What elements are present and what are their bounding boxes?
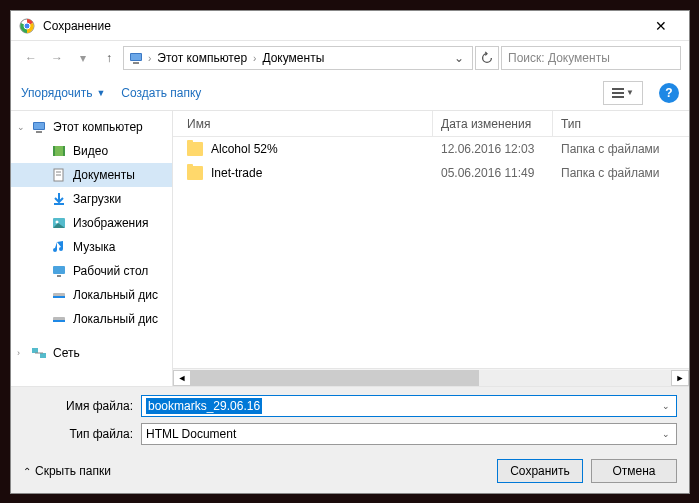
svg-rect-26 — [53, 320, 65, 322]
filetype-label: Тип файла: — [23, 427, 133, 441]
svg-point-2 — [24, 23, 30, 29]
scroll-right-button[interactable]: ► — [671, 370, 689, 386]
svg-rect-11 — [36, 131, 42, 133]
file-list[interactable]: Alcohol 52% 12.06.2016 12:03 Папка с фай… — [173, 137, 689, 368]
cancel-button[interactable]: Отмена — [591, 459, 677, 483]
tree-item-network[interactable]: › Сеть — [11, 341, 172, 365]
folder-icon — [187, 142, 203, 156]
close-button[interactable]: ✕ — [641, 18, 681, 34]
video-icon — [51, 143, 67, 159]
search-input[interactable]: Поиск: Документы — [501, 46, 681, 70]
scroll-left-button[interactable]: ◄ — [173, 370, 191, 386]
svg-rect-28 — [40, 353, 46, 358]
disk-icon — [51, 311, 67, 327]
pc-icon — [31, 119, 47, 135]
column-name[interactable]: Имя — [173, 111, 433, 136]
disk-icon — [51, 287, 67, 303]
tree-item-local-disk[interactable]: Локальный дис — [11, 307, 172, 331]
search-placeholder: Поиск: Документы — [508, 51, 610, 65]
organize-button[interactable]: Упорядочить ▼ — [21, 86, 105, 100]
svg-rect-10 — [34, 123, 44, 129]
tree-item-music[interactable]: Музыка — [11, 235, 172, 259]
filetype-select[interactable]: HTML Document ⌄ — [141, 423, 677, 445]
breadcrumb-item[interactable]: Этот компьютер — [155, 51, 249, 65]
toolbar: Упорядочить ▼ Создать папку ▼ ? — [11, 75, 689, 111]
nav-recent-button[interactable]: ▾ — [71, 46, 95, 70]
column-headers: Имя Дата изменения Тип — [173, 111, 689, 137]
breadcrumb-item[interactable]: Документы — [260, 51, 326, 65]
filename-label: Имя файла: — [23, 399, 133, 413]
svg-rect-14 — [63, 146, 65, 156]
collapse-icon[interactable]: ⌄ — [17, 122, 25, 132]
view-mode-button[interactable]: ▼ — [603, 81, 643, 105]
scroll-track[interactable] — [191, 370, 671, 386]
documents-icon — [51, 167, 67, 183]
tree-item-downloads[interactable]: Загрузки — [11, 187, 172, 211]
svg-rect-8 — [612, 96, 624, 98]
network-icon — [31, 345, 47, 361]
music-icon — [51, 239, 67, 255]
svg-rect-27 — [32, 348, 38, 353]
tree-item-local-disk[interactable]: Локальный дис — [11, 283, 172, 307]
svg-rect-5 — [133, 62, 139, 64]
svg-rect-24 — [53, 296, 65, 298]
chevron-right-icon: › — [253, 53, 256, 64]
chevron-up-icon: ⌃ — [23, 466, 31, 477]
file-row[interactable]: Alcohol 52% 12.06.2016 12:03 Папка с фай… — [173, 137, 689, 161]
desktop-icon — [51, 263, 67, 279]
save-dialog: Сохранение ✕ ← → ▾ ↑ › Этот компьютер › … — [10, 10, 690, 494]
svg-rect-4 — [131, 54, 141, 60]
pictures-icon — [51, 215, 67, 231]
scroll-thumb[interactable] — [191, 370, 479, 386]
svg-rect-22 — [57, 275, 61, 277]
nav-back-button[interactable]: ← — [19, 46, 43, 70]
window-title: Сохранение — [43, 19, 641, 33]
titlebar: Сохранение ✕ — [11, 11, 689, 41]
downloads-icon — [51, 191, 67, 207]
chrome-icon — [19, 18, 35, 34]
tree-item-pictures[interactable]: Изображения — [11, 211, 172, 235]
chevron-down-icon[interactable]: ⌄ — [662, 401, 670, 411]
content-area: ⌄ Этот компьютер Видео Документы Загрузк… — [11, 111, 689, 386]
help-button[interactable]: ? — [659, 83, 679, 103]
nav-up-button[interactable]: ↑ — [97, 46, 121, 70]
svg-rect-21 — [53, 266, 65, 274]
horizontal-scrollbar[interactable]: ◄ ► — [173, 368, 689, 386]
chevron-down-icon[interactable]: ⌄ — [662, 429, 670, 439]
tree-item-desktop[interactable]: Рабочий стол — [11, 259, 172, 283]
nav-forward-button[interactable]: → — [45, 46, 69, 70]
chevron-down-icon: ▼ — [96, 88, 105, 98]
new-folder-button[interactable]: Создать папку — [121, 86, 201, 100]
chevron-down-icon[interactable]: ⌄ — [450, 51, 468, 65]
file-row[interactable]: Inet-trade 05.06.2016 11:49 Папка с файл… — [173, 161, 689, 185]
folder-icon — [187, 166, 203, 180]
bottom-panel: Имя файла: bookmarks_29.06.16 ⌄ Тип файл… — [11, 386, 689, 493]
file-pane: Имя Дата изменения Тип Alcohol 52% 12.06… — [173, 111, 689, 386]
save-button[interactable]: Сохранить — [497, 459, 583, 483]
svg-rect-13 — [53, 146, 55, 156]
breadcrumb[interactable]: › Этот компьютер › Документы ⌄ — [123, 46, 473, 70]
pc-icon — [128, 50, 144, 66]
svg-rect-6 — [612, 88, 624, 90]
tree-item-documents[interactable]: Документы — [11, 163, 172, 187]
expand-icon[interactable]: › — [17, 348, 20, 358]
tree-item-video[interactable]: Видео — [11, 139, 172, 163]
navbar: ← → ▾ ↑ › Этот компьютер › Документы ⌄ П… — [11, 41, 689, 75]
svg-rect-7 — [612, 92, 624, 94]
hide-folders-button[interactable]: ⌃ Скрыть папки — [23, 464, 111, 478]
refresh-button[interactable] — [475, 46, 499, 70]
chevron-right-icon: › — [148, 53, 151, 64]
tree-item-this-pc[interactable]: ⌄ Этот компьютер — [11, 115, 172, 139]
column-type[interactable]: Тип — [553, 111, 689, 136]
filename-input[interactable]: bookmarks_29.06.16 ⌄ — [141, 395, 677, 417]
column-date[interactable]: Дата изменения — [433, 111, 553, 136]
sidebar: ⌄ Этот компьютер Видео Документы Загрузк… — [11, 111, 173, 386]
